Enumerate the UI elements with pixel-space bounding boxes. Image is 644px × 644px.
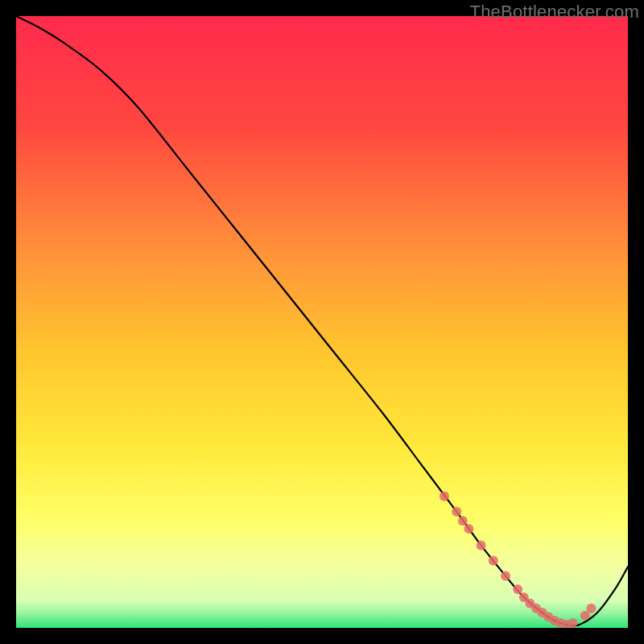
marker-dot — [489, 555, 498, 565]
marker-dot — [501, 571, 510, 580]
marker-dot — [440, 492, 449, 502]
chart-stage: TheBottlenecker.com — [0, 0, 644, 644]
marker-dot — [586, 604, 596, 613]
marker-dot — [458, 516, 468, 526]
marker-dot — [568, 618, 578, 628]
watermark-text: TheBottlenecker.com — [470, 2, 639, 23]
marker-dot — [464, 524, 473, 534]
marker-dot — [452, 507, 461, 517]
marker-dot — [513, 584, 522, 594]
bottleneck-chart — [16, 16, 628, 628]
marker-dot — [477, 540, 486, 550]
plot-background — [16, 16, 628, 628]
